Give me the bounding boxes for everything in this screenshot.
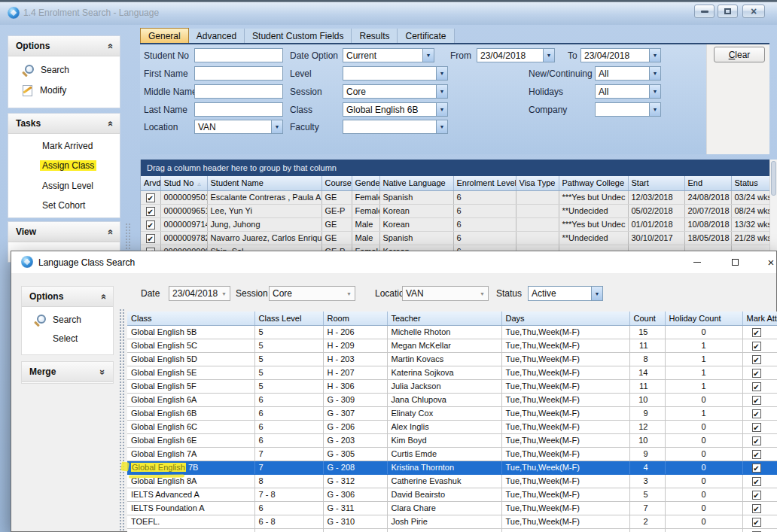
checkbox[interactable]: ✔ [146,207,155,216]
arrived-cell[interactable]: ✔ [141,190,160,204]
column-header-student-name[interactable]: Student Name [207,176,321,190]
days-cell[interactable]: Tue,Thu,Week(M-F) [501,379,629,393]
room-cell[interactable]: H - 306 [323,379,387,393]
count-cell[interactable]: 8 [629,352,665,366]
dropdown-arrow-icon[interactable]: ▼ [543,49,554,62]
sidebar-item-mark-arrived[interactable]: Mark Arrived [42,141,93,151]
class-level-cell[interactable]: 5 [254,339,323,352]
holiday-count-cell[interactable]: 0 [665,515,742,528]
restore-button[interactable] [718,5,738,18]
course-cell[interactable]: GE [321,231,352,245]
count-cell[interactable]: 2 [629,515,665,528]
minimize-button[interactable] [684,251,710,273]
holiday-count-cell[interactable]: 0 [665,461,742,474]
status-cell[interactable]: 13/32 wks [731,217,769,231]
student-name-cell[interactable]: Escalante Contreras , Paula A [207,190,321,204]
checkbox[interactable]: ✔ [146,193,155,202]
session-combo[interactable]: Core ▼ [269,286,355,301]
start-cell[interactable]: 05/02/2018 [628,204,684,217]
room-cell[interactable]: G - 312 [323,474,387,488]
holiday-count-cell[interactable]: 0 [665,474,742,488]
mark-attendance-cell[interactable]: ✔ [742,393,777,406]
date-option-combo[interactable]: Current ▼ [343,48,434,62]
options-panel-header[interactable]: Options » [22,287,113,307]
student-no-input[interactable] [194,48,283,62]
status-cell[interactable]: 03/24 wks [731,190,769,204]
room-cell[interactable]: H - 209 [323,339,387,352]
table-row[interactable]: IELTS Advanced A7 - 8G - 306David Beairs… [127,488,777,501]
visa-type-cell[interactable] [516,204,559,217]
table-row[interactable]: Global English 7B7G - 208Kristina Thornt… [127,461,777,474]
start-cell[interactable]: 30/10/2017 [628,231,684,245]
table-row[interactable]: ✔0000009782Navarro Juarez, Carlos Enriqu… [141,231,769,245]
room-cell[interactable]: H - 206 [323,325,387,339]
pathway-college-cell[interactable]: **Undecided [559,204,628,217]
table-row[interactable]: IELTS Foundation A6G - 311Clara ChareTue… [127,501,777,515]
class-level-cell[interactable]: 6 [254,420,323,433]
sidebar-item-assign-level[interactable]: Assign Level [42,181,93,191]
class-cell[interactable]: Global English 5F [127,379,254,393]
dropdown-arrow-icon[interactable]: ▼ [436,103,447,116]
sidebar-item-select[interactable]: Select [53,333,78,344]
collapse-chevron-icon[interactable]: » [97,293,108,299]
stud-no-cell[interactable]: 0000009651 [160,204,207,217]
native-language-cell[interactable]: Korean [379,204,453,217]
holidays-combo[interactable]: All ▼ [595,84,661,99]
dropdown-arrow-icon[interactable]: ▼ [649,67,660,80]
column-header-stud-no[interactable]: Stud No▵ [160,176,207,190]
days-cell[interactable]: Week(M-F) [501,528,629,532]
class-combo[interactable]: Global English 6B ▼ [343,102,448,117]
mark-attendance-cell[interactable]: ✔ [742,406,777,420]
checkbox[interactable]: ✔ [752,436,761,445]
status-cell[interactable]: 21/28 wks [731,231,769,245]
holiday-count-cell[interactable]: 0 [665,393,742,406]
column-header-class[interactable]: Class [127,312,254,325]
minimize-button[interactable] [694,5,715,18]
count-cell[interactable]: 9 [629,447,665,461]
column-header-course[interactable]: Course [321,176,352,190]
collapse-chevron-icon[interactable]: » [104,43,115,48]
days-cell[interactable]: Tue,Thu,Week(M-F) [501,366,629,379]
native-language-cell[interactable]: Spanish [379,190,453,204]
class-level-cell[interactable]: 7 [254,461,323,474]
end-cell[interactable]: 24/08/2018 [684,190,731,204]
count-cell[interactable]: 11 [629,339,665,352]
mark-attendance-cell[interactable]: ✔ [742,461,777,474]
checkbox[interactable]: ✔ [752,369,761,378]
column-header-mark-attendance[interactable]: Mark Attendance [742,312,777,325]
scrollbar-thumb[interactable] [771,161,776,196]
teacher-cell[interactable]: Clara Chare [387,501,501,515]
mark-attendance-cell[interactable]: ✔ [742,433,777,447]
arrived-cell[interactable]: ✔ [141,231,160,245]
class-cell[interactable]: IELTS Foundation A [127,501,254,515]
class-level-cell[interactable]: 6 [254,406,323,420]
teacher-cell[interactable]: Elinaty Cox [387,406,501,420]
class-level-cell[interactable]: 8 [254,474,323,488]
class-level-cell[interactable]: 5 [254,528,323,532]
dropdown-arrow-icon[interactable]: ▼ [649,49,660,62]
column-header-status[interactable]: Status [731,176,769,190]
mark-attendance-cell[interactable]: ✔ [742,515,777,528]
clear-button[interactable]: Clear [714,47,765,62]
table-row[interactable]: Global English 5D5H - 203Martin KovacsTu… [127,352,777,366]
days-cell[interactable]: Tue,Thu,Week(M-F) [501,339,629,352]
teacher-cell[interactable]: Alex Inglis [387,420,501,433]
stud-no-cell[interactable]: 0000009501 [160,190,207,204]
sidebar-item-modify[interactable]: Modify [22,84,66,96]
table-row[interactable]: ✔0000009651Lee, Yun YiGE-PFemaleKorean6*… [141,204,769,217]
class-level-cell[interactable]: 6 [254,393,323,406]
room-cell[interactable]: G - 311 [323,501,387,515]
table-row[interactable]: Global English 8A8G - 312Catherine Evash… [127,474,777,488]
column-header-class-level[interactable]: Class Level [254,312,323,325]
holiday-count-cell[interactable]: 1 [665,339,742,352]
arrived-cell[interactable]: ✔ [141,217,160,231]
mark-attendance-cell[interactable]: ✔ [742,352,777,366]
enrolment-level-cell[interactable]: 6 [453,217,516,231]
location-combo[interactable]: VAN ▼ [402,286,489,301]
class-cell[interactable]: Global English 6C [127,420,254,433]
pathway-college-cell[interactable]: ***Yes but Undec [559,190,628,204]
checkbox[interactable]: ✔ [752,409,761,418]
holiday-count-cell[interactable]: 0 [665,501,742,515]
pathway-college-cell[interactable] [559,245,628,251]
table-row[interactable]: Global English 5B5H - 206Michelle Rhoton… [127,325,777,339]
